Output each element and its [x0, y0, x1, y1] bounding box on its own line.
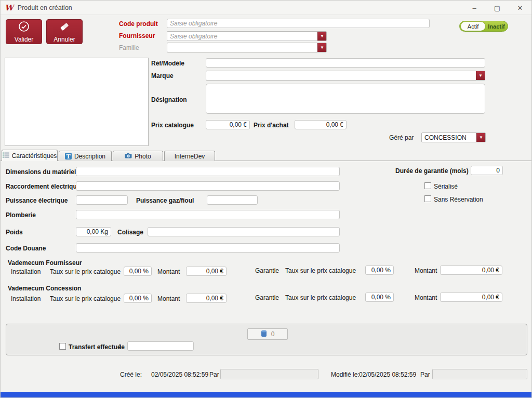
transfert-effectue-label: Transfert effectué: [69, 343, 121, 351]
colisage-input[interactable]: [148, 227, 340, 236]
cancel-button-label: Annuler: [54, 36, 75, 43]
taux-label: Taux sur le prix catalogue: [50, 295, 121, 302]
tab-description-label: Description: [74, 153, 105, 160]
minimize-icon[interactable]: –: [463, 1, 486, 15]
check-circle-icon: [18, 20, 30, 34]
puissance-electrique-input[interactable]: [76, 195, 128, 205]
cancel-button[interactable]: Annuler: [46, 19, 83, 44]
prix-catalogue-label: Prix catalogue: [151, 122, 194, 129]
modified-by-input[interactable]: [432, 369, 527, 379]
sans-reservation-checkbox[interactable]: [424, 195, 431, 202]
window-title: Produit en création: [18, 4, 72, 11]
fournisseur-installation-montant-input[interactable]: [186, 267, 227, 276]
tab-internedev-label: InterneDev: [175, 153, 205, 160]
transfert-date-prefix-label: le: [119, 343, 125, 351]
plomberie-label: Plomberie: [6, 211, 36, 219]
duree-garantie-input[interactable]: [471, 166, 503, 175]
famille-dropdown[interactable]: ▼: [167, 43, 327, 52]
vademecum-concession-row: Installation Taux sur le prix catalogue …: [6, 293, 527, 303]
serialise-checkbox[interactable]: [424, 182, 431, 189]
installation-label: Installation: [11, 295, 41, 302]
dimensions-label: Dimensions du matériel: [6, 168, 76, 176]
tab-photo-label: Photo: [135, 153, 151, 160]
text-icon: T: [65, 153, 72, 160]
concession-garantie-montant-input[interactable]: [440, 293, 502, 302]
poids-input[interactable]: [76, 227, 111, 236]
list-icon: [3, 152, 9, 160]
chevron-down-icon[interactable]: ▼: [476, 133, 485, 142]
serialise-label: Sérialisé: [434, 183, 458, 190]
raccordement-label: Raccordement électrique: [6, 183, 80, 190]
tab-internedev[interactable]: InterneDev: [164, 151, 215, 161]
raccordement-input[interactable]: [76, 181, 340, 191]
marque-label: Marque: [151, 72, 174, 79]
vademecum-concession-title: Vademecum Concession: [8, 285, 81, 292]
fournisseur-dropdown[interactable]: Saisie obligatoire ▼: [167, 31, 327, 41]
sans-reservation-label: Sans Réservation: [434, 196, 483, 203]
created-by-label: Par: [209, 371, 219, 378]
fournisseur-installation-taux-input[interactable]: [124, 267, 152, 276]
designation-label: Désignation: [151, 96, 187, 103]
puissance-electrique-label: Puissance électrique: [6, 197, 68, 204]
transfert-effectue-checkbox[interactable]: [59, 343, 66, 350]
transfer-counter-value: 0: [271, 330, 275, 338]
plomberie-input[interactable]: [76, 210, 340, 219]
puissance-gaz-input[interactable]: [207, 195, 258, 205]
fournisseur-garantie-taux-input[interactable]: [365, 266, 394, 275]
vademecum-fournisseur-title: Vademecum Fournisseur: [8, 259, 82, 267]
concession-garantie-taux-input[interactable]: [365, 293, 394, 302]
tab-caracteristiques[interactable]: Caractéristiques: [2, 150, 58, 161]
validate-button[interactable]: Valider: [6, 19, 42, 44]
montant-label: Montant: [157, 295, 180, 302]
window-bottom-edge: [1, 392, 531, 397]
transfer-counter-button[interactable]: 0: [247, 328, 288, 340]
fournisseur-label: Fournisseur: [119, 32, 155, 39]
chevron-down-icon[interactable]: ▼: [317, 43, 326, 52]
garantie-label: Garantie: [255, 294, 279, 301]
maximize-icon[interactable]: ▢: [486, 1, 509, 15]
tab-description[interactable]: T Description: [59, 151, 112, 161]
camera-icon: [125, 153, 132, 160]
prix-catalogue-input[interactable]: [206, 120, 250, 129]
marque-dropdown[interactable]: ▼: [206, 71, 485, 81]
validate-button-label: Valider: [15, 36, 33, 43]
title-bar: W Produit en création – ▢ ✕: [1, 1, 531, 15]
status-toggle[interactable]: Actif Inactif: [459, 21, 508, 32]
prix-achat-input[interactable]: [295, 120, 347, 129]
modified-date-value: 02/05/2025 08:52:59: [359, 371, 416, 378]
tab-photo[interactable]: Photo: [113, 151, 163, 161]
transfert-date-input[interactable]: [127, 341, 194, 351]
montant-label: Montant: [157, 268, 180, 275]
gere-par-value: CONCESSION: [422, 134, 476, 141]
status-toggle-active[interactable]: Actif: [461, 22, 485, 31]
concession-installation-montant-input[interactable]: [186, 294, 227, 303]
status-toggle-inactive[interactable]: Inactif: [485, 23, 508, 30]
gere-par-dropdown[interactable]: CONCESSION ▼: [421, 132, 486, 142]
chevron-down-icon[interactable]: ▼: [476, 71, 485, 80]
duree-garantie-label: Durée de garantie (mois): [395, 167, 469, 175]
chevron-down-icon[interactable]: ▼: [317, 32, 326, 41]
dimensions-input[interactable]: [76, 167, 340, 176]
designation-textarea[interactable]: [206, 84, 485, 114]
garantie-label: Garantie: [255, 267, 279, 274]
gere-par-label: Géré par: [389, 134, 414, 141]
product-image-placeholder[interactable]: [5, 58, 149, 146]
code-douane-input[interactable]: [76, 243, 340, 253]
ref-modele-input[interactable]: [206, 58, 485, 68]
puissance-gaz-label: Puissance gaz/fioul: [136, 197, 194, 204]
code-produit-input[interactable]: [167, 19, 430, 28]
vademecum-fournisseur-row: Installation Taux sur le prix catalogue …: [6, 266, 527, 276]
concession-installation-taux-input[interactable]: [124, 294, 152, 303]
database-icon: [261, 330, 267, 339]
montant-label: Montant: [415, 267, 437, 274]
close-icon[interactable]: ✕: [509, 1, 531, 15]
fournisseur-garantie-montant-input[interactable]: [440, 266, 502, 275]
modified-date-label: Modifié le:: [331, 371, 360, 378]
taux-label: Taux sur le prix catalogue: [285, 294, 356, 301]
taux-label: Taux sur le prix catalogue: [50, 268, 121, 275]
created-date-label: Créé le:: [120, 371, 142, 378]
created-by-input[interactable]: [220, 369, 318, 379]
modified-by-label: Par: [420, 371, 430, 378]
taux-label: Taux sur le prix catalogue: [285, 267, 356, 274]
app-logo-icon: W: [5, 3, 14, 12]
